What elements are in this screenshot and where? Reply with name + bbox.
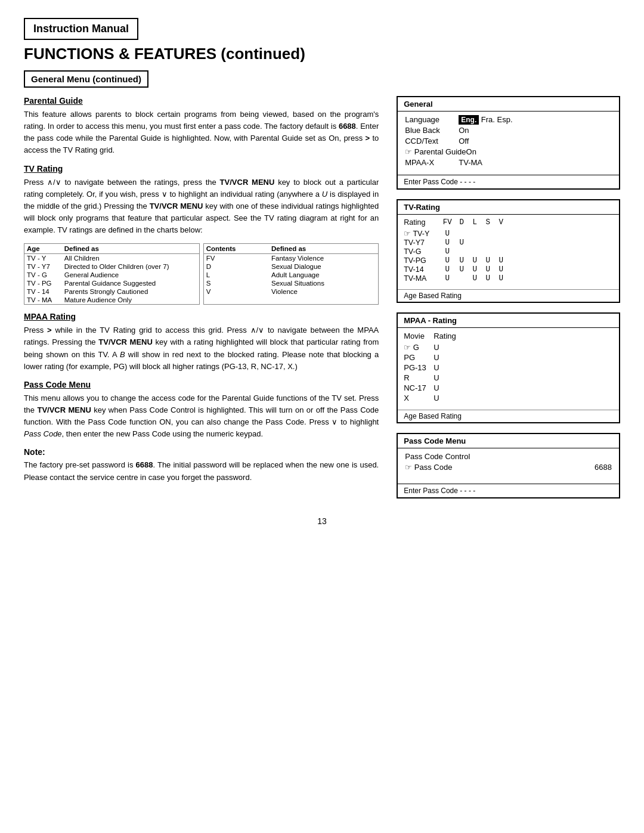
mpaa-rating-cell: U [434, 363, 451, 372]
tv-grid-rows: ☞ TV-YUTV-Y7UUTV-GUTV-PGUUUUUTV-14UUUUUT… [404, 229, 613, 283]
tv-col-d: D [455, 218, 468, 227]
general-blueback-label: Blue Back [405, 126, 459, 135]
general-parental-label: ☞ Parental Guide [405, 147, 466, 156]
mpaa-movie-cell: PG-13 [404, 363, 434, 372]
tv-rating-col-2: U [468, 274, 481, 283]
page: Instruction Manual FUNCTIONS & FEATURES … [0, 0, 644, 833]
panel-general-body: Language Eng. Fra. Esp. Blue Back On CCD… [398, 112, 619, 172]
age-cell: TV - 14 [24, 287, 62, 296]
contents-table-row: FVFantasy Violence [204, 254, 379, 263]
mpaa-rating-row: PGU [404, 353, 613, 362]
general-language-value: Eng. Fra. Esp. [459, 115, 612, 124]
mpaa-rating-col: Rating [434, 332, 456, 340]
tv-rating-row-label: TV-PG [404, 256, 439, 265]
general-parental-value: On [466, 147, 612, 156]
tv-rating-row: TV-MAUUUU [404, 274, 613, 283]
tv-col-s: S [481, 218, 494, 227]
age-cell: TV - G [24, 271, 62, 279]
note-body: The factory pre-set password is 6688. Th… [24, 459, 379, 483]
contents-table-row: SSexual Situations [204, 279, 379, 287]
mpaa-rating-body: Press > while in the TV Rating grid to a… [24, 324, 379, 373]
contents-code-cell: S [204, 279, 269, 287]
tv-rating-col-1: U [455, 265, 468, 274]
contents-code-cell: V [204, 287, 269, 296]
panel-general-title: General [398, 97, 619, 112]
age-defined-cell: All Children [62, 254, 199, 263]
mpaa-movie-cell: X [404, 394, 434, 402]
tv-rating-col-0: U [439, 256, 455, 265]
age-defined-cell: General Audience [62, 271, 199, 279]
general-language-label: Language [405, 115, 459, 124]
general-enter-code: Enter Pass Code - - - - [398, 175, 619, 188]
tv-rating-col-1: U [455, 256, 468, 265]
tv-rating-col-2: U [468, 265, 481, 274]
tv-rating-col-1: U [455, 239, 468, 247]
pass-code-body: This menu allows you to change the acces… [24, 392, 379, 441]
left-column: Parental Guide This feature allows paren… [24, 96, 379, 498]
pass-code-control-row: Pass Code Control [405, 452, 612, 461]
age-defined-cell: Parental Guidance Suggested [62, 279, 199, 287]
general-language-row: Language Eng. Fra. Esp. [405, 115, 612, 124]
mpaa-rating-row: RU [404, 373, 613, 382]
parental-guide-title: Parental Guide [24, 96, 379, 106]
contents-defined-cell: Sexual Situations [269, 279, 378, 287]
note-label: Note: [24, 447, 45, 457]
header-title: Instruction Manual [33, 23, 129, 35]
pass-code-value: 6688 [595, 463, 612, 472]
tv-rating-grid: Rating FV D L S V ☞ TV-YUTV-Y7UUTV-GUTV-… [398, 215, 619, 287]
mpaa-rating-row: XU [404, 394, 613, 402]
tv-rating-row-label: ☞ TV-Y [404, 229, 439, 238]
age-table-row: TV - MAMature Audience Only [24, 296, 199, 304]
mpaa-grid: Movie Rating ☞ GUPGUPG-13URUNC-17UXU [398, 328, 619, 407]
mpaa-rating-cell: U [434, 394, 451, 402]
tv-rating-col-3: U [481, 256, 494, 265]
mpaa-rating-cell: U [434, 353, 451, 362]
tv-rating-col-0: U [439, 239, 455, 247]
mpaa-rating-cell: U [434, 373, 451, 382]
tv-rating-row-label: TV-G [404, 247, 439, 256]
age-defined-cell: Mature Audience Only [62, 296, 199, 304]
general-parental-row: ☞ Parental Guide On [405, 147, 612, 156]
tv-rating-col-0: U [439, 247, 455, 256]
general-blueback-row: Blue Back On [405, 126, 612, 135]
contents-defined-col-header: Defined as [269, 244, 378, 254]
tv-rating-col-4: U [494, 265, 507, 274]
tv-rating-col-4: U [494, 274, 507, 283]
age-cell: TV - Y [24, 254, 62, 263]
tv-rating-row-label: TV-MA [404, 274, 439, 283]
tv-rating-col-3: U [481, 274, 494, 283]
mpaa-rating-cell: U [434, 343, 451, 352]
tv-rating-row: TV-GU [404, 247, 613, 256]
contents-defined-cell: Fantasy Violence [269, 254, 378, 263]
mpaa-rating-row: NC-17U [404, 383, 613, 392]
age-table-row: TV - YAll Children [24, 254, 199, 263]
age-cell: TV - MA [24, 296, 62, 304]
panel-pass-code-body: Pass Code Control ☞ Pass Code 6688 [398, 448, 619, 481]
general-mpaax-row: MPAA-X TV-MA [405, 158, 612, 167]
tv-col-fv: FV [439, 218, 455, 227]
contents-table-row: DSexual Dialogue [204, 262, 379, 271]
general-ccdtext-row: CCD/Text Off [405, 137, 612, 145]
age-table-row: TV - 14Parents Strongly Cautioned [24, 287, 199, 296]
tv-rating-col-3: U [481, 265, 494, 274]
pass-code-title: Pass Code Menu [24, 380, 379, 389]
rating-tables: Age Defined as TV - YAll ChildrenTV - Y7… [24, 243, 379, 305]
defined-as-col-header: Defined as [62, 244, 199, 254]
tv-rating-col-0: U [439, 265, 455, 274]
panel-tv-rating-title: TV-Rating [398, 200, 619, 215]
tv-rating-row-label: TV-14 [404, 265, 439, 274]
contents-code-cell: FV [204, 254, 269, 263]
mpaa-header-row: Movie Rating [404, 332, 613, 340]
panel-pass-code: Pass Code Menu Pass Code Control ☞ Pass … [397, 433, 620, 498]
tv-rating-col-0: U [439, 230, 455, 238]
pass-code-enter-code: Enter Pass Code - - - - [398, 484, 619, 497]
mpaa-rating-row: PG-13U [404, 363, 613, 372]
tv-grid-header-row: Rating FV D L S V [404, 218, 613, 227]
panel-mpaa: MPAA - Rating Movie Rating ☞ GUPGUPG-13U… [397, 312, 620, 423]
tv-age-based-rating: Age Based Rating [398, 289, 619, 302]
tv-rating-row-label: TV-Y7 [404, 239, 439, 247]
page-number: 13 [24, 516, 620, 526]
mpaa-movie-cell: R [404, 373, 434, 382]
content-area: Parental Guide This feature allows paren… [24, 96, 620, 498]
contents-table-row: VViolence [204, 287, 379, 296]
